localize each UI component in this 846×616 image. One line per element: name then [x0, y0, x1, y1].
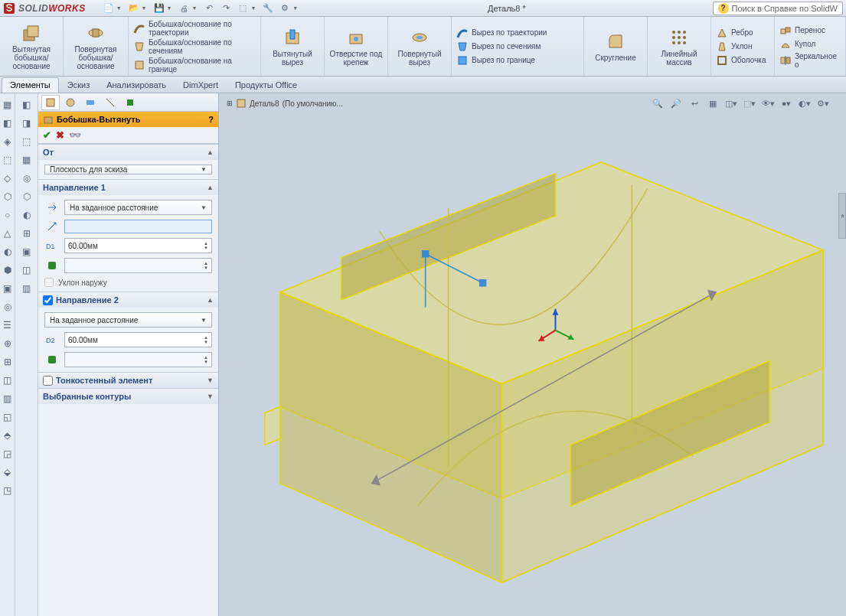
- tab-evaluate[interactable]: Анализировать: [98, 77, 175, 93]
- dir1-vector-input[interactable]: [64, 220, 212, 233]
- rail-icon[interactable]: ◇: [1, 171, 15, 185]
- rail-icon[interactable]: ⬘: [1, 429, 15, 442]
- sweep-boss-button[interactable]: Бобышка/основание по траектории: [133, 20, 256, 37]
- draft-button[interactable]: Уклон: [716, 41, 769, 53]
- draft1-input[interactable]: ▲▼: [64, 258, 212, 273]
- loft-boss-button[interactable]: Бобышка/основание по сечениям: [133, 38, 256, 55]
- rail-icon[interactable]: ◫: [20, 263, 34, 277]
- rail-icon[interactable]: ○: [1, 208, 15, 222]
- right-pane-handle[interactable]: «: [838, 193, 846, 239]
- undo-button[interactable]: ↶: [201, 2, 217, 15]
- rail-icon[interactable]: ◈: [1, 135, 15, 148]
- view-settings-button[interactable]: ⚙▾: [815, 96, 831, 110]
- fly-out-tree[interactable]: ⊞ Деталь8 (По умолчанию...: [227, 98, 343, 109]
- display-style-button[interactable]: ⬚▾: [742, 96, 757, 110]
- rebuild-button[interactable]: 🔧: [260, 2, 276, 15]
- move-button[interactable]: Перенос: [779, 24, 841, 37]
- view-orient-button[interactable]: ◫▾: [724, 96, 739, 110]
- mirror-button[interactable]: Зеркальное о: [779, 52, 841, 69]
- rail-icon[interactable]: ◎: [1, 300, 15, 314]
- pm-cancel-button[interactable]: ✖: [56, 129, 64, 141]
- zoom-fit-button[interactable]: 🔍: [650, 96, 665, 110]
- rail-icon[interactable]: ◧: [1, 116, 15, 130]
- from-condition-select[interactable]: Плоскость для эскиза▼: [44, 165, 212, 174]
- open-button[interactable]: 📂: [126, 2, 142, 15]
- revolve-boss-button[interactable]: Повернутая бобышка/основание: [68, 22, 123, 70]
- hole-wizard-button[interactable]: Отверстие под крепеж: [329, 27, 383, 67]
- rail-icon[interactable]: ◧: [20, 98, 34, 112]
- pm-dir1-header[interactable]: Направление 1▲: [38, 180, 218, 195]
- rail-icon[interactable]: ◎: [20, 171, 34, 185]
- rail-icon[interactable]: ◐: [20, 208, 34, 222]
- scene-button[interactable]: ◐▾: [797, 96, 812, 110]
- boundary-boss-button[interactable]: Бобышка/основание на границе: [133, 57, 256, 73]
- pm-ok-button[interactable]: ✔: [43, 129, 51, 141]
- boundary-cut-button[interactable]: Вырез по границе: [456, 54, 579, 67]
- draft-outward-check[interactable]: Уклон наружу: [44, 278, 212, 287]
- pm-tab-config[interactable]: [61, 95, 80, 110]
- draft1-button[interactable]: [44, 259, 60, 272]
- rail-icon[interactable]: ▥: [20, 282, 34, 295]
- dir2-end-condition-select[interactable]: На заданное расстояние▼: [44, 312, 212, 328]
- new-button[interactable]: 📄: [101, 2, 116, 15]
- pm-tab-feature[interactable]: [41, 95, 60, 110]
- rail-icon[interactable]: ◫: [1, 373, 15, 387]
- linear-pattern-button[interactable]: Линейный массив: [652, 27, 706, 67]
- pm-tab-display[interactable]: [81, 95, 100, 110]
- draft2-input[interactable]: ▲▼: [64, 352, 212, 367]
- rail-icon[interactable]: ◲: [1, 447, 15, 461]
- zoom-area-button[interactable]: 🔎: [668, 96, 684, 110]
- sweep-cut-button[interactable]: Вырез по траектории: [456, 27, 579, 39]
- tab-features[interactable]: Элементы: [2, 77, 59, 93]
- print-button[interactable]: 🖨: [176, 2, 191, 15]
- rail-icon[interactable]: ⊞: [20, 227, 34, 240]
- rail-icon[interactable]: ☰: [1, 318, 15, 332]
- redo-button[interactable]: ↷: [218, 2, 234, 15]
- select-button[interactable]: ⬚: [235, 2, 250, 15]
- shell-button[interactable]: Оболочка: [716, 54, 769, 67]
- rail-icon[interactable]: ◐: [1, 245, 15, 259]
- depth1-input[interactable]: 60.00мм▲▼: [64, 238, 212, 253]
- pm-from-header[interactable]: От▲: [38, 145, 218, 160]
- pm-detail-button[interactable]: 👓: [69, 129, 81, 141]
- rail-icon[interactable]: ⬚: [20, 135, 34, 148]
- rib-button[interactable]: Ребро: [716, 27, 769, 39]
- graphics-viewport[interactable]: ⊞ Деталь8 (По умолчанию... 🔍 🔎 ↩ ▦ ◫▾ ⬚▾…: [219, 93, 846, 616]
- extrude-boss-button[interactable]: Вытянутая бобышка/основание: [5, 22, 58, 70]
- hide-show-button[interactable]: 👁▾: [760, 96, 776, 110]
- rail-icon[interactable]: ⊕: [1, 337, 15, 350]
- rail-icon[interactable]: ⬡: [1, 190, 15, 204]
- fillet-button[interactable]: Скругление: [589, 31, 642, 62]
- rail-icon[interactable]: ▣: [1, 282, 15, 295]
- reverse-dir1-button[interactable]: [44, 200, 60, 214]
- save-button[interactable]: 💾: [152, 2, 167, 15]
- dome-button[interactable]: Купол: [779, 38, 841, 51]
- rail-icon[interactable]: ⬡: [20, 190, 34, 204]
- tab-dimxpert[interactable]: DimXpert: [175, 77, 227, 93]
- tab-sketch[interactable]: Эскиз: [59, 77, 98, 93]
- depth2-input[interactable]: 60.00мм▲▼: [64, 332, 212, 347]
- help-search[interactable]: ? Поиск в Справке по SolidW: [713, 2, 844, 15]
- appearance-button[interactable]: ●▾: [779, 96, 794, 110]
- loft-cut-button[interactable]: Вырез по сечениям: [456, 41, 579, 53]
- extrude-cut-button[interactable]: Вытянутый вырез: [266, 27, 319, 67]
- revolve-cut-button[interactable]: Повернутый вырез: [393, 27, 446, 67]
- rail-icon[interactable]: ⬢: [1, 263, 15, 277]
- rail-icon[interactable]: ⬚: [1, 153, 15, 167]
- tab-office[interactable]: Продукты Office: [227, 77, 305, 93]
- rail-icon[interactable]: ⊞: [1, 355, 15, 369]
- section-view-button[interactable]: ▦: [705, 96, 720, 110]
- rail-icon[interactable]: ◨: [20, 116, 34, 130]
- rail-icon[interactable]: △: [1, 227, 15, 240]
- rail-icon[interactable]: ▣: [20, 245, 34, 259]
- pm-thin-header[interactable]: Тонкостенный элемент▼: [38, 373, 218, 388]
- rail-icon[interactable]: ▥: [1, 392, 15, 406]
- rail-icon[interactable]: ◳: [1, 484, 15, 497]
- options-button[interactable]: ⚙: [277, 2, 292, 15]
- draft2-button[interactable]: [44, 353, 60, 367]
- pm-tab-dim[interactable]: [101, 95, 119, 110]
- rail-icon[interactable]: ▦: [20, 153, 34, 167]
- pm-contours-header[interactable]: Выбранные контуры▼: [38, 389, 218, 404]
- prev-view-button[interactable]: ↩: [687, 96, 702, 110]
- pm-tab-other[interactable]: [121, 95, 139, 110]
